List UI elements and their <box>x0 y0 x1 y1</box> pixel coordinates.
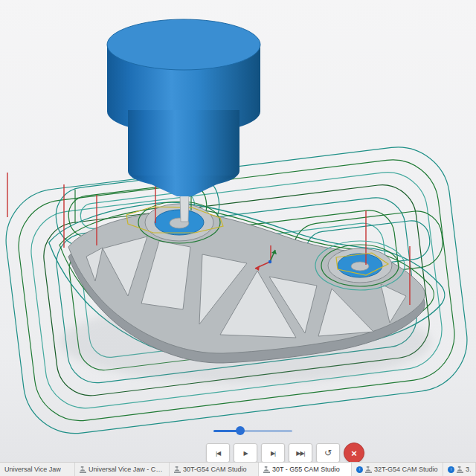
replay-button[interactable]: ↺ <box>316 443 340 463</box>
skip-to-start-button[interactable]: |◀ <box>206 443 230 463</box>
machine-icon <box>174 466 181 473</box>
stop-simulation-button[interactable]: × <box>344 443 364 463</box>
close-icon: × <box>351 448 357 459</box>
slider-track-remaining[interactable] <box>240 430 292 432</box>
simulation-progress-slider[interactable] <box>213 426 292 435</box>
machine-icon <box>80 466 86 473</box>
skip-to-end-button[interactable]: ▶▶| <box>289 443 312 463</box>
tab-label: 30T - G55 CAM Studio <box>272 466 340 473</box>
tab-universal-vice-jaw[interactable]: Universal Vice Jaw <box>0 463 75 476</box>
tab-30t-g55-cam-studio[interactable]: 30T - G55 CAM Studio <box>259 463 352 476</box>
step-forward-button[interactable]: ▶| <box>261 443 285 463</box>
step-forward-icon: ▶| <box>271 450 275 457</box>
tab-label: 32T - G55 CAM Studio <box>466 466 471 473</box>
tab-universal-vice-jaw-ca[interactable]: Universal Vice Jaw - CA... <box>75 463 170 476</box>
tab-label: Universal Vice Jaw <box>4 466 61 473</box>
play-button[interactable]: ▶ <box>234 443 257 463</box>
sync-status-icon: ↑ <box>448 466 454 473</box>
skip-to-end-icon: ▶▶| <box>296 450 304 457</box>
replay-icon: ↺ <box>324 448 332 458</box>
tab-label: 32T-G54 CAM Studio <box>374 466 438 473</box>
3d-viewport[interactable] <box>0 0 476 476</box>
machine-icon <box>365 466 372 473</box>
skip-to-start-icon: |◀ <box>216 450 220 457</box>
tab-32t-g55-cam-studio[interactable]: ↑ 32T - G55 CAM Studio <box>443 463 476 476</box>
cam-simulation-window: |◀ ▶ ▶| ▶▶| ↺ × Universal Vice Jaw Unive… <box>0 0 476 476</box>
tab-32t-g54-cam-studio[interactable]: ↑ 32T-G54 CAM Studio <box>352 463 443 476</box>
playback-controls: |◀ ▶ ▶| ▶▶| ↺ × <box>206 443 364 463</box>
slider-handle[interactable] <box>236 426 245 435</box>
tab-label: 30T-G54 CAM Studio <box>183 466 247 473</box>
tool-shaft <box>180 195 189 222</box>
simulation-canvas <box>0 0 476 476</box>
sync-status-icon: ↑ <box>356 466 363 473</box>
machine-icon <box>457 466 463 473</box>
play-icon: ▶ <box>243 450 247 457</box>
document-tab-bar: Universal Vice Jaw Universal Vice Jaw - … <box>0 462 476 476</box>
machine-icon <box>263 466 270 473</box>
tab-30t-g54-cam-studio[interactable]: 30T-G54 CAM Studio <box>170 463 259 476</box>
tab-label: Universal Vice Jaw - CA... <box>89 466 164 473</box>
